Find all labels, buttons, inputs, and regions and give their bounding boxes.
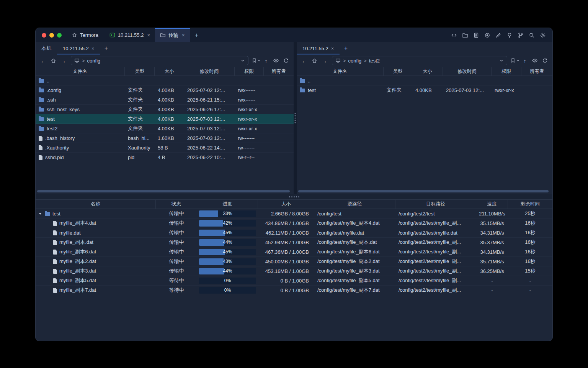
col-name[interactable]: 名称: [36, 200, 156, 209]
record-icon[interactable]: [482, 30, 492, 40]
branch-icon[interactable]: [516, 30, 526, 40]
col-owner[interactable]: 所有者: [521, 67, 552, 76]
col-mtime[interactable]: 修改时间: [184, 67, 235, 76]
search-icon[interactable]: [527, 30, 537, 40]
folder-icon[interactable]: [460, 30, 470, 40]
file-row[interactable]: test 文件夹 4.00KB 2025-07-03 12:... rwxr-x…: [297, 85, 552, 95]
transfer-row[interactable]: myfile.dat 传输中 45% 462.11MB / 1.00GB /co…: [36, 228, 552, 238]
file-row[interactable]: .ssh 文件夹 4.00KB 2025-06-21 15:... rwx---…: [36, 95, 294, 105]
file-icon: [53, 221, 57, 226]
tab-host-session[interactable]: 10.211.55.2 ×: [105, 28, 155, 42]
right-file-table: 文件名 类型 大小 修改时间 权限 所有者 .. test: [297, 67, 552, 194]
home-button[interactable]: [49, 56, 58, 65]
transfer-row-parent[interactable]: test 传输中 33% 2.66GB / 8.00GB /config/tes…: [36, 209, 552, 219]
bulb-icon[interactable]: [505, 30, 514, 40]
file-row[interactable]: ..: [36, 76, 294, 85]
horizontal-splitter[interactable]: [36, 194, 552, 199]
forward-button[interactable]: →: [59, 56, 68, 65]
col-speed[interactable]: 速度: [476, 200, 508, 209]
transfer-row[interactable]: myfile_副本7.dat 等待中 0% 0 B / 1.00GB /conf…: [36, 286, 552, 295]
file-row-selected[interactable]: test 文件夹 4.00KB 2025-07-03 12:... rwxr-x…: [36, 114, 294, 124]
path-breadcrumb[interactable]: > config > test2: [332, 56, 507, 65]
col-owner[interactable]: 所有者: [264, 67, 294, 76]
transfer-row[interactable]: myfile_副本4.dat 传输中 42% 434.86MB / 1.00GB…: [36, 219, 552, 228]
minimize-window-button[interactable]: [49, 33, 54, 38]
back-button[interactable]: ←: [39, 56, 48, 65]
tab-remote-host[interactable]: 10.211.55.2 ×: [57, 42, 100, 54]
close-icon[interactable]: ×: [91, 46, 95, 51]
chevron-down-icon[interactable]: [499, 58, 504, 63]
parent-directory-button[interactable]: ↑: [520, 56, 529, 65]
breadcrumb-segment[interactable]: config: [87, 58, 101, 64]
breadcrumb-segment[interactable]: test2: [369, 58, 380, 64]
close-icon[interactable]: ×: [331, 46, 334, 51]
col-size[interactable]: 大小: [412, 67, 443, 76]
col-source-path[interactable]: 源路径: [314, 200, 395, 209]
file-icon: [53, 278, 57, 283]
close-window-button[interactable]: [42, 33, 46, 38]
col-type[interactable]: 类型: [384, 67, 412, 76]
refresh-button[interactable]: [281, 56, 291, 65]
progress-bar: 44%: [199, 239, 256, 246]
col-mtime[interactable]: 修改时间: [443, 67, 492, 76]
col-progress[interactable]: 进度: [197, 200, 258, 209]
log-icon[interactable]: [471, 30, 481, 40]
right-file-panel: 10.211.55.2 × + ← → > config >: [297, 42, 552, 194]
col-filename[interactable]: 文件名: [297, 67, 384, 76]
show-hidden-files-button[interactable]: [530, 56, 539, 65]
close-icon[interactable]: ×: [147, 32, 150, 38]
bookmark-button[interactable]: [252, 56, 261, 65]
transfer-row[interactable]: myfile_副本5.dat 等待中 0% 0 B / 1.00GB /conf…: [36, 276, 552, 286]
zoom-window-button[interactable]: [57, 33, 62, 38]
show-hidden-files-button[interactable]: [271, 56, 281, 65]
code-icon[interactable]: [449, 30, 459, 40]
file-row[interactable]: test2 文件夹 4.00KB 2025-07-03 12:... rwxr-…: [36, 124, 294, 133]
tab-remote-host[interactable]: 10.211.55.2 ×: [297, 42, 340, 54]
transfer-row[interactable]: myfile_副本3.dat 传输中 44% 453.16MB / 1.00GB…: [36, 266, 552, 276]
file-icon: [53, 269, 57, 274]
refresh-button[interactable]: [540, 56, 549, 65]
col-type[interactable]: 类型: [125, 67, 155, 76]
tab-local[interactable]: 本机: [36, 42, 57, 54]
transfer-row[interactable]: myfile_副本.dat 传输中 44% 452.94MB / 1.00GB …: [36, 238, 552, 247]
tab-transfer[interactable]: 传输 ×: [155, 28, 190, 42]
new-tab-button[interactable]: +: [100, 42, 112, 54]
splitter-grip[interactable]: [295, 113, 296, 123]
file-row[interactable]: sshd.pid pid 4 B 2025-06-22 10:... rw-r-…: [36, 153, 294, 162]
col-filename[interactable]: 文件名: [36, 67, 125, 76]
breadcrumb-segment[interactable]: config: [348, 58, 362, 64]
tab-label: 10.211.55.2: [118, 32, 144, 38]
new-tab-button[interactable]: +: [190, 28, 204, 42]
col-status[interactable]: 状态: [156, 200, 197, 209]
col-size[interactable]: 大小: [155, 67, 184, 76]
col-perm[interactable]: 权限: [492, 67, 521, 76]
settings-icon[interactable]: [538, 30, 548, 40]
file-row[interactable]: .config 文件夹 4.00KB 2025-07-02 12:... rwx…: [36, 85, 294, 95]
file-row[interactable]: .Xauthority Xauthority 58 B 2025-06-22 1…: [36, 143, 294, 153]
horizontal-scrollbar[interactable]: [298, 190, 549, 192]
horizontal-scrollbar[interactable]: [37, 190, 290, 192]
bookmark-button[interactable]: [510, 56, 519, 65]
file-icon: [53, 259, 57, 264]
transfer-row[interactable]: myfile_副本2.dat 传输中 43% 450.00MB / 1.00GB…: [36, 257, 552, 266]
back-button[interactable]: ←: [300, 56, 309, 65]
file-row[interactable]: .bash_history bash_hi... 1.60KB 2025-07-…: [36, 133, 294, 143]
col-perm[interactable]: 权限: [235, 67, 264, 76]
path-breadcrumb[interactable]: > config: [71, 56, 248, 65]
new-tab-button[interactable]: +: [340, 42, 352, 54]
edit-icon[interactable]: [493, 30, 503, 40]
col-size[interactable]: 大小: [258, 200, 314, 209]
file-row[interactable]: ..: [297, 76, 552, 85]
vertical-splitter[interactable]: [294, 42, 297, 194]
chevron-down-icon[interactable]: [240, 58, 245, 63]
transfer-row[interactable]: myfile_副本6.dat 传输中 45% 467.36MB / 1.00GB…: [36, 247, 552, 257]
col-target-path[interactable]: 目标路径: [395, 200, 476, 209]
forward-button[interactable]: →: [320, 56, 329, 65]
home-button[interactable]: [310, 56, 319, 65]
parent-directory-button[interactable]: ↑: [261, 56, 271, 65]
col-remaining[interactable]: 剩余时间: [508, 200, 552, 209]
expand-chevron-icon[interactable]: [39, 213, 42, 215]
close-icon[interactable]: ×: [182, 32, 185, 38]
file-row[interactable]: ssh_host_keys 文件夹 4.00KB 2025-06-26 17:.…: [36, 105, 294, 114]
splitter-grip[interactable]: [289, 196, 299, 197]
